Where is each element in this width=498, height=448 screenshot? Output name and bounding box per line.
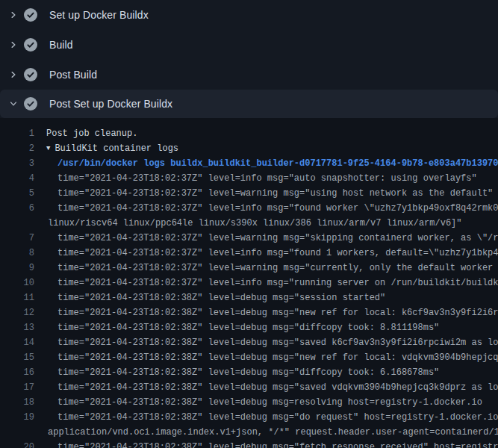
log-line-number[interactable]: 13 xyxy=(0,320,34,335)
log-line: linux/riscv64 linux/ppc64le linux/s390x … xyxy=(0,216,498,231)
log-line-command: 3/usr/bin/docker logs buildx_buildkit_bu… xyxy=(0,156,498,171)
log-line-text: /usr/bin/docker logs buildx_buildkit_bui… xyxy=(34,156,498,171)
log-line-text: time="2021-04-23T18:02:38Z" level=debug … xyxy=(34,395,482,410)
log-line-number[interactable]: 3 xyxy=(0,156,34,171)
log-line-text: time="2021-04-23T18:02:38Z" level=debug … xyxy=(34,335,498,350)
log-line-number[interactable]: 19 xyxy=(0,410,34,425)
log-line: 2▼BuildKit container logs xyxy=(0,141,498,156)
log-line-text: Post job cleanup. xyxy=(34,126,137,141)
log-group-title[interactable]: BuildKit container logs xyxy=(50,141,178,156)
log-line-number[interactable]: 1 xyxy=(0,126,34,141)
log-line-number[interactable]: 18 xyxy=(0,395,34,410)
log-line: 6time="2021-04-23T18:02:37Z" level=info … xyxy=(0,201,498,216)
log-line: 5time="2021-04-23T18:02:37Z" level=warni… xyxy=(0,186,498,201)
step-row-post-setup-docker-buildx[interactable]: Post Set up Docker Buildx xyxy=(0,90,498,118)
chevron-right-icon xyxy=(9,40,18,49)
step-row-setup-docker-buildx[interactable]: Set up Docker Buildx xyxy=(0,0,498,30)
log-line-number[interactable]: 15 xyxy=(0,350,34,365)
log-line: 14time="2021-04-23T18:02:38Z" level=debu… xyxy=(0,335,498,350)
log-line-text: time="2021-04-23T18:02:37Z" level=info m… xyxy=(34,171,477,186)
steps-list: Set up Docker Buildx Build Post Build Po… xyxy=(0,0,498,118)
step-label: Set up Docker Buildx xyxy=(49,9,149,21)
log-line-text: time="2021-04-23T18:02:37Z" level=warnin… xyxy=(34,186,493,201)
log-line-text: time="2021-04-23T18:02:37Z" level=warnin… xyxy=(34,231,498,246)
check-circle-icon xyxy=(24,38,37,52)
log-line: 20time="2021-04-23T18:02:38Z" level=debu… xyxy=(0,440,498,448)
log-line-text: time="2021-04-23T18:02:37Z" level=info m… xyxy=(34,246,498,261)
log-line-text: time="2021-04-23T18:02:37Z" level=warnin… xyxy=(34,261,498,276)
log-line-text: linux/riscv64 linux/ppc64le linux/s390x … xyxy=(34,216,462,231)
log-line: 19time="2021-04-23T18:02:38Z" level=debu… xyxy=(0,410,498,425)
log-line-number[interactable]: 9 xyxy=(0,261,34,276)
log-line: 8time="2021-04-23T18:02:37Z" level=info … xyxy=(0,246,498,261)
chevron-right-icon xyxy=(9,70,18,79)
log-line-number[interactable]: 20 xyxy=(0,440,34,448)
log-area: 1Post job cleanup.2▼BuildKit container l… xyxy=(0,119,498,448)
log-line-number xyxy=(0,216,34,231)
step-row-post-build[interactable]: Post Build xyxy=(0,60,498,90)
log-line: 17time="2021-04-23T18:02:38Z" level=debu… xyxy=(0,380,498,395)
log-line: 15time="2021-04-23T18:02:38Z" level=debu… xyxy=(0,350,498,365)
log-line-text: time="2021-04-23T18:02:38Z" level=debug … xyxy=(34,320,439,335)
log-line-number[interactable]: 17 xyxy=(0,380,34,395)
log-line-text: time="2021-04-23T18:02:37Z" level=info m… xyxy=(34,201,498,216)
log-line-text: time="2021-04-23T18:02:38Z" level=debug … xyxy=(34,380,498,395)
log-line-text: application/vnd.oci.image.index.v1+json,… xyxy=(34,425,498,440)
log-line-number[interactable]: 6 xyxy=(0,201,34,216)
log-line-number[interactable]: 4 xyxy=(0,171,34,186)
log-line: 10time="2021-04-23T18:02:37Z" level=info… xyxy=(0,276,498,290)
log-line: application/vnd.oci.image.index.v1+json,… xyxy=(0,425,498,440)
step-label: Post Set up Docker Buildx xyxy=(49,98,172,110)
log-line-number xyxy=(0,425,34,440)
log-line: 7time="2021-04-23T18:02:37Z" level=warni… xyxy=(0,231,498,246)
log-line: 16time="2021-04-23T18:02:38Z" level=debu… xyxy=(0,365,498,380)
log-line-text: time="2021-04-23T18:02:37Z" level=info m… xyxy=(34,276,498,290)
check-circle-icon xyxy=(24,68,37,81)
log-line-number[interactable]: 11 xyxy=(0,290,34,305)
log-line-number[interactable]: 14 xyxy=(0,335,34,350)
log-line-number[interactable]: 5 xyxy=(0,186,34,201)
log-line-text: time="2021-04-23T18:02:38Z" level=debug … xyxy=(34,365,439,380)
log-line: 13time="2021-04-23T18:02:38Z" level=debu… xyxy=(0,320,498,335)
log-line-text: time="2021-04-23T18:02:38Z" level=debug … xyxy=(34,350,498,365)
log-line-number[interactable]: 10 xyxy=(0,276,34,290)
log-line: 4time="2021-04-23T18:02:37Z" level=info … xyxy=(0,171,498,186)
log-line-number[interactable]: 16 xyxy=(0,365,34,380)
chevron-right-icon xyxy=(9,10,18,19)
check-circle-icon xyxy=(24,97,37,111)
log-line-text: time="2021-04-23T18:02:38Z" level=debug … xyxy=(34,305,498,320)
log-line-number[interactable]: 8 xyxy=(0,246,34,261)
log-line-text: time="2021-04-23T18:02:38Z" level=debug … xyxy=(34,410,498,425)
log-line: 18time="2021-04-23T18:02:38Z" level=debu… xyxy=(0,395,498,410)
log-line: 1Post job cleanup. xyxy=(0,126,498,141)
log-line-text: time="2021-04-23T18:02:38Z" level=debug … xyxy=(34,440,498,448)
step-row-build[interactable]: Build xyxy=(0,30,498,60)
step-label: Post Build xyxy=(49,69,97,81)
log-line-number[interactable]: 2 xyxy=(0,141,34,156)
step-label: Build xyxy=(49,39,73,51)
log-line-number[interactable]: 12 xyxy=(0,305,34,320)
check-circle-icon xyxy=(24,8,37,22)
log-line: 11time="2021-04-23T18:02:38Z" level=debu… xyxy=(0,290,498,305)
chevron-down-icon xyxy=(9,99,18,108)
log-line-text: time="2021-04-23T18:02:38Z" level=debug … xyxy=(34,290,385,305)
group-collapse-triangle-icon[interactable]: ▼ xyxy=(34,141,50,156)
log-line-number[interactable]: 7 xyxy=(0,231,34,246)
log-line: 12time="2021-04-23T18:02:38Z" level=debu… xyxy=(0,305,498,320)
log-line: 9time="2021-04-23T18:02:37Z" level=warni… xyxy=(0,261,498,276)
